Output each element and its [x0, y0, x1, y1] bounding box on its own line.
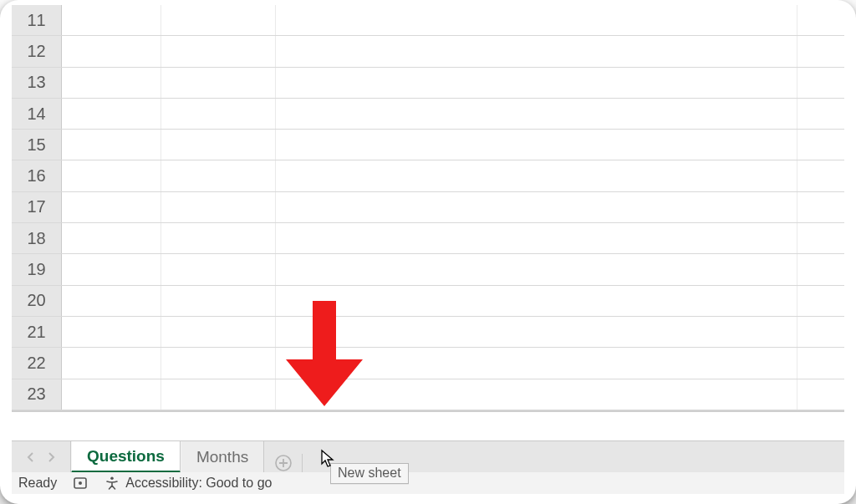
grid-row: 13	[12, 68, 844, 99]
cell[interactable]	[62, 254, 161, 284]
tooltip-new-sheet: New sheet	[330, 463, 409, 484]
cell[interactable]	[276, 286, 797, 316]
cell[interactable]	[62, 348, 161, 378]
cell[interactable]	[161, 192, 276, 222]
cell[interactable]	[276, 130, 797, 160]
cell[interactable]	[797, 160, 844, 191]
cell[interactable]	[797, 99, 844, 129]
cell[interactable]	[797, 130, 844, 160]
cell[interactable]	[797, 192, 844, 222]
sheet-tab-bar: Questions Months	[12, 440, 844, 472]
cell[interactable]	[161, 379, 276, 410]
row-header[interactable]: 22	[12, 348, 62, 378]
row-header[interactable]: 21	[12, 317, 62, 347]
accessibility-icon	[104, 475, 120, 491]
cell[interactable]	[161, 160, 276, 191]
row-header[interactable]: 11	[12, 5, 62, 35]
cell[interactable]	[797, 36, 844, 66]
grid-row: 12	[12, 36, 844, 67]
svg-point-3	[110, 476, 114, 480]
sheet-tabs: Questions Months	[70, 441, 303, 472]
cell[interactable]	[62, 192, 161, 222]
cell[interactable]	[62, 286, 161, 316]
row-header[interactable]: 23	[12, 379, 62, 410]
grid-divider	[12, 410, 844, 412]
chevron-left-icon	[27, 452, 35, 462]
cell[interactable]	[797, 317, 844, 347]
row-header[interactable]: 20	[12, 286, 62, 316]
cell[interactable]	[276, 223, 797, 253]
cell[interactable]	[161, 36, 276, 66]
grid-row: 11	[12, 5, 844, 36]
cell[interactable]	[276, 317, 797, 347]
row-header[interactable]: 19	[12, 254, 62, 284]
cell[interactable]	[62, 317, 161, 347]
cell[interactable]	[797, 254, 844, 284]
cell[interactable]	[62, 99, 161, 129]
grid-row: 17	[12, 192, 844, 223]
cell[interactable]	[797, 348, 844, 378]
scroll-tabs-right-button[interactable]	[42, 448, 60, 466]
grid-row: 18	[12, 223, 844, 254]
row-header[interactable]: 17	[12, 192, 62, 222]
cell[interactable]	[161, 286, 276, 316]
svg-point-2	[79, 481, 82, 485]
row-header[interactable]: 14	[12, 99, 62, 129]
row-header[interactable]: 18	[12, 223, 62, 253]
cell[interactable]	[161, 348, 276, 378]
cell[interactable]	[161, 254, 276, 284]
cell[interactable]	[797, 286, 844, 316]
cell[interactable]	[276, 348, 797, 378]
status-accessibility-label: Accessibility: Good to go	[125, 476, 272, 491]
app-window: 11 12 13 14 15	[0, 0, 856, 504]
cell[interactable]	[276, 99, 797, 129]
macro-recorder-button[interactable]	[72, 475, 89, 491]
status-ready: Ready	[18, 476, 57, 491]
row-header[interactable]: 15	[12, 130, 62, 160]
new-sheet-button[interactable]	[264, 454, 303, 472]
cell[interactable]	[276, 160, 797, 191]
grid-row: 19	[12, 254, 844, 285]
cell[interactable]	[276, 254, 797, 284]
cell[interactable]	[276, 192, 797, 222]
cell[interactable]	[276, 379, 797, 410]
tab-nav	[12, 441, 70, 472]
cell[interactable]	[276, 5, 797, 35]
cell[interactable]	[62, 68, 161, 98]
cell[interactable]	[161, 130, 276, 160]
chevron-right-icon	[47, 452, 55, 462]
cell[interactable]	[797, 68, 844, 98]
cell[interactable]	[62, 223, 161, 253]
cell[interactable]	[797, 379, 844, 410]
cell[interactable]	[276, 68, 797, 98]
cell[interactable]	[62, 36, 161, 66]
cell[interactable]	[161, 99, 276, 129]
cell[interactable]	[161, 223, 276, 253]
row-header[interactable]: 13	[12, 68, 62, 98]
row-header[interactable]: 12	[12, 36, 62, 66]
cell[interactable]	[161, 5, 276, 35]
cell[interactable]	[276, 36, 797, 66]
cell[interactable]	[161, 317, 276, 347]
cell[interactable]	[797, 5, 844, 35]
scroll-tabs-left-button[interactable]	[22, 448, 40, 466]
row-header[interactable]: 16	[12, 160, 62, 191]
cell[interactable]	[62, 379, 161, 410]
grid-row: 14	[12, 99, 844, 130]
spreadsheet-grid[interactable]: 11 12 13 14 15	[12, 5, 844, 439]
cell[interactable]	[797, 223, 844, 253]
cell[interactable]	[62, 160, 161, 191]
status-accessibility[interactable]: Accessibility: Good to go	[104, 475, 272, 491]
status-bar: Ready Accessibility: Good to go	[12, 472, 844, 494]
grid-row: 15	[12, 130, 844, 160]
grid-row: 22	[12, 348, 844, 379]
cell[interactable]	[161, 68, 276, 98]
record-macro-icon	[72, 475, 89, 491]
plus-circle-icon	[274, 454, 293, 472]
sheet-tab-months[interactable]: Months	[181, 441, 264, 473]
sheet-tab-questions[interactable]: Questions	[71, 441, 181, 473]
grid-row: 23	[12, 379, 844, 410]
grid-row: 21	[12, 317, 844, 348]
cell[interactable]	[62, 130, 161, 160]
cell[interactable]	[62, 5, 161, 35]
